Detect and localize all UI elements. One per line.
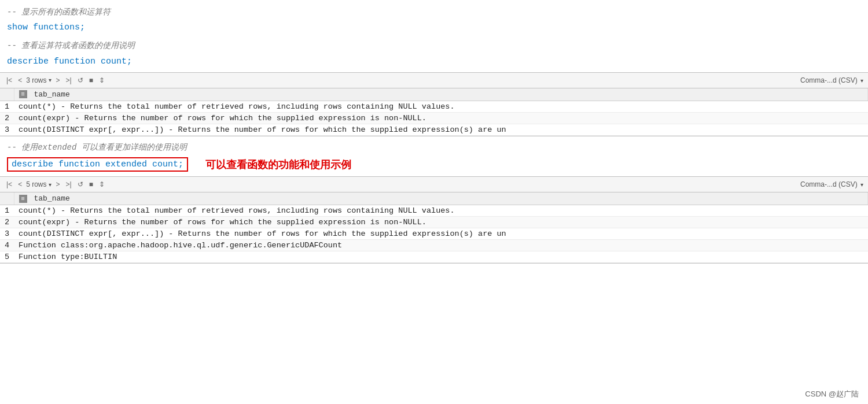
- comment-block-3: -- 使用extended 可以查看更加详细的使用说明: [0, 140, 868, 155]
- row-count-1: 3 rows: [26, 76, 46, 84]
- row-value: count(*) - Returns the total number of r…: [14, 101, 867, 112]
- row-value: Function class:org.apache.hadoop.hive.ql…: [14, 240, 867, 251]
- col-header-tabname-2: ≡ tab_name: [14, 192, 867, 205]
- stop-btn-1[interactable]: ■: [87, 76, 95, 85]
- code-block-1: show functions;: [0, 20, 868, 36]
- row-number: 2: [0, 112, 14, 124]
- comment-1: -- 显示所有的函数和运算符: [7, 8, 111, 17]
- col-header-rownum-1: [0, 88, 14, 101]
- result-toolbar-2: |< < 5 rows ▾ > >| ↺ ■ ⇕ Comma-...d (CSV…: [0, 176, 868, 192]
- data-table-1: ≡ tab_name 1count(*) - Returns the total…: [0, 88, 868, 136]
- row-value: count(expr) - Returns the number of rows…: [14, 217, 867, 228]
- col-icon-1: ≡: [19, 90, 27, 98]
- stop-btn-2[interactable]: ■: [87, 180, 95, 189]
- dropdown-icon-1[interactable]: ▾: [49, 77, 52, 83]
- comment-block-2: -- 查看运算符或者函数的使用说明: [0, 38, 868, 53]
- row-number: 5: [0, 251, 14, 263]
- row-value: count(expr) - Returns the number of rows…: [14, 112, 867, 124]
- result-table-2: ≡ tab_name 1count(*) - Returns the total…: [0, 192, 868, 264]
- refresh-btn-1[interactable]: ↺: [76, 76, 85, 85]
- row-number: 1: [0, 205, 14, 217]
- table-row: 5Function type:BUILTIN: [0, 251, 868, 263]
- row-number: 4: [0, 240, 14, 251]
- col-header-rownum-2: [0, 192, 14, 205]
- table-row: 1count(*) - Returns the total number of …: [0, 101, 868, 112]
- nav-next-btn-2[interactable]: >: [54, 180, 61, 189]
- toolbar-left-2: |< < 5 rows ▾ > >| ↺ ■ ⇕: [5, 180, 106, 189]
- page-container: -- 显示所有的函数和运算符 show functions; -- 查看运算符或…: [0, 0, 868, 404]
- code-1: show functions;: [7, 23, 85, 32]
- code-2: describe function count;: [7, 57, 132, 66]
- comment-2: -- 查看运算符或者函数的使用说明: [7, 41, 135, 50]
- nav-last-btn-1[interactable]: >|: [64, 76, 73, 85]
- row-value: count(DISTINCT expr[, expr...]) - Return…: [14, 124, 867, 135]
- comment-3: -- 使用extended 可以查看更加详细的使用说明: [7, 143, 187, 152]
- table-row: 1count(*) - Returns the total number of …: [0, 205, 868, 217]
- data-table-2: ≡ tab_name 1count(*) - Returns the total…: [0, 192, 868, 263]
- csv-dropdown-icon-1[interactable]: ▾: [860, 77, 863, 84]
- row-value: count(DISTINCT expr[, expr...]) - Return…: [14, 228, 867, 240]
- table-row: 2count(expr) - Returns the number of row…: [0, 217, 868, 228]
- table-row: 4Function class:org.apache.hadoop.hive.q…: [0, 240, 868, 251]
- row-number: 3: [0, 124, 14, 135]
- annotation-text: 可以查看函数的功能和使用示例: [205, 158, 351, 172]
- row-count-2: 5 rows: [26, 180, 46, 188]
- row-value: Function type:BUILTIN: [14, 251, 867, 263]
- row-number: 3: [0, 228, 14, 240]
- toolbar-csv-1[interactable]: Comma-...d (CSV) ▾: [800, 76, 863, 84]
- table-row: 3count(DISTINCT expr[, expr...]) - Retur…: [0, 228, 868, 240]
- toolbar-csv-2[interactable]: Comma-...d (CSV) ▾: [800, 180, 863, 188]
- row-value: count(*) - Returns the total number of r…: [14, 205, 867, 217]
- result-toolbar-1: |< < 3 rows ▾ > >| ↺ ■ ⇕ Comma-...d (CSV…: [0, 72, 868, 88]
- code-3-highlighted: describe function extended count;: [7, 157, 188, 172]
- csv-dropdown-icon-2[interactable]: ▾: [860, 181, 863, 188]
- table-row: 3count(DISTINCT expr[, expr...]) - Retur…: [0, 124, 868, 135]
- toolbar-left-1: |< < 3 rows ▾ > >| ↺ ■ ⇕: [5, 76, 106, 85]
- result-table-1: ≡ tab_name 1count(*) - Returns the total…: [0, 88, 868, 136]
- col-icon-2: ≡: [19, 195, 27, 203]
- watermark: CSDN @赵广陆: [805, 389, 859, 399]
- refresh-btn-2[interactable]: ↺: [76, 180, 85, 189]
- code-row-3: describe function extended count; 可以查看函数…: [0, 155, 868, 174]
- nav-last-btn-2[interactable]: >|: [64, 180, 73, 189]
- dropdown-icon-2[interactable]: ▾: [49, 181, 52, 188]
- code-block-2: describe function count;: [0, 54, 868, 70]
- nav-first-btn-2[interactable]: |<: [5, 180, 14, 189]
- nav-first-btn-1[interactable]: |<: [5, 76, 14, 85]
- comment-block-1: -- 显示所有的函数和运算符: [0, 5, 868, 20]
- nav-next-btn-1[interactable]: >: [54, 76, 61, 85]
- split-btn-2[interactable]: ⇕: [97, 180, 106, 189]
- row-number: 2: [0, 217, 14, 228]
- col-header-tabname-1: ≡ tab_name: [14, 88, 867, 101]
- nav-prev-btn-1[interactable]: <: [16, 76, 24, 85]
- nav-prev-btn-2[interactable]: <: [16, 180, 24, 189]
- table-row: 2count(expr) - Returns the number of row…: [0, 112, 868, 124]
- split-btn-1[interactable]: ⇕: [97, 76, 106, 85]
- row-number: 1: [0, 101, 14, 112]
